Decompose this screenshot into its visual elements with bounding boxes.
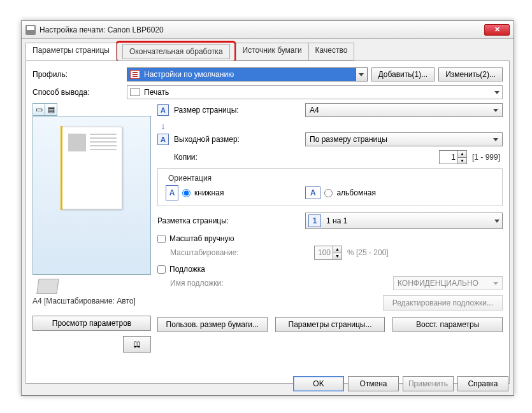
- page-options-button[interactable]: Параметры страницы...: [275, 317, 385, 332]
- landscape-radio[interactable]: [324, 189, 333, 197]
- page-preview: [32, 116, 151, 275]
- scaling-input: [315, 246, 333, 259]
- printer-icon: [25, 25, 36, 35]
- edit-watermark-button: Редактирование подложки...: [383, 295, 503, 311]
- close-button[interactable]: ✕: [484, 24, 510, 36]
- page-size-label: Размер страницы:: [174, 106, 305, 115]
- page-size-icon: A: [157, 104, 169, 116]
- scaling-spinner: ▲▼: [314, 246, 342, 260]
- profile-dropdown-arrow[interactable]: [356, 67, 368, 81]
- tab-panel: Профиль: Настройки по умолчанию Добавить…: [25, 60, 510, 384]
- spin-up[interactable]: ▲: [458, 151, 466, 158]
- help-button[interactable]: Справка: [457, 376, 508, 391]
- portrait-label: книжная: [194, 188, 224, 197]
- watermark-select: КОНФИДЕНЦИАЛЬНО: [393, 276, 503, 290]
- cancel-button[interactable]: Отмена: [348, 376, 399, 391]
- portrait-icon: A: [166, 185, 178, 200]
- watermark-checkbox[interactable]: [157, 265, 166, 274]
- output-value: Печать: [144, 88, 169, 97]
- copies-input[interactable]: [440, 151, 457, 164]
- preview-tab-2[interactable]: ▤: [45, 103, 57, 116]
- output-size-label: Выходной размер:: [174, 135, 305, 144]
- manual-scale-label: Масштаб вручную: [169, 234, 234, 243]
- print-icon: [130, 88, 140, 96]
- portrait-radio[interactable]: [182, 189, 191, 197]
- orientation-group: Ориентация A книжная A альбомная: [157, 168, 503, 206]
- apply-button: Применить: [403, 376, 454, 391]
- titlebar[interactable]: Настройка печати: Canon LBP6020 ✕: [22, 21, 514, 39]
- preview-sheet: [61, 127, 122, 209]
- copies-range: [1 - 999]: [472, 153, 500, 162]
- tab-page-params[interactable]: Параметры страницы: [25, 43, 117, 60]
- orientation-legend: Ориентация: [166, 174, 214, 183]
- output-select[interactable]: Печать: [127, 85, 503, 99]
- dialog-buttons: OK Отмена Применить Справка: [293, 376, 508, 391]
- custom-paper-size-button[interactable]: Пользов. размер бумаги...: [157, 317, 268, 332]
- scaling-range: % [25 - 200]: [347, 248, 389, 257]
- add-profile-button[interactable]: Добавить(1)...: [371, 67, 435, 81]
- scaling-label: Масштабирование:: [170, 248, 305, 257]
- tab-finishing[interactable]: Окончательная обработка: [122, 44, 230, 59]
- layout-label: Разметка страницы:: [157, 216, 305, 225]
- copies-spinner[interactable]: ▲▼: [439, 150, 467, 164]
- arrow-down-icon: ↓: [157, 121, 169, 131]
- window-title: Настройка печати: Canon LBP6020: [40, 25, 484, 34]
- watermark-label: Подложка: [169, 265, 205, 274]
- edit-profile-button[interactable]: Изменить(2)...: [438, 67, 503, 81]
- tab-strip: Параметры страницы Окончательная обработ…: [25, 43, 514, 60]
- profile-default-icon: [130, 70, 140, 79]
- ok-button[interactable]: OK: [293, 376, 344, 391]
- settings-column: A Размер страницы: A4 ↓ A Выходной разме…: [157, 103, 503, 353]
- watermark-name-label: Имя подложки:: [170, 279, 305, 288]
- output-size-icon: A: [157, 134, 169, 145]
- preview-tab-1[interactable]: ▭: [32, 103, 45, 116]
- preview-column: ▭ ▤ A4 [Масштабирование: Авто] Просмотр …: [32, 103, 151, 353]
- profile-label: Профиль:: [32, 70, 127, 79]
- spin-down[interactable]: ▼: [458, 158, 466, 164]
- landscape-label: альбомная: [336, 188, 376, 197]
- profile-select[interactable]: Настройки по умолчанию: [127, 67, 356, 81]
- copies-label: Копии:: [174, 153, 305, 162]
- output-size-select[interactable]: По размеру страницы: [305, 132, 503, 146]
- stack-icon: [36, 279, 59, 294]
- tab-finishing-highlight: Окончательная обработка: [115, 41, 236, 62]
- tab-paper-source[interactable]: Источник бумаги: [236, 43, 309, 60]
- info-icon-button[interactable]: 🕮: [123, 336, 151, 353]
- landscape-icon: A: [305, 186, 320, 199]
- layout-select[interactable]: 1 1 на 1: [305, 213, 503, 229]
- preview-caption: A4 [Масштабирование: Авто]: [32, 297, 151, 305]
- layout-1on1-icon: 1: [308, 214, 321, 227]
- view-params-button[interactable]: Просмотр параметров: [32, 316, 151, 331]
- tab-quality[interactable]: Качество: [308, 43, 355, 60]
- profile-value: Настройки по умолчанию: [144, 70, 234, 79]
- page-size-select[interactable]: A4: [305, 103, 503, 117]
- restore-defaults-button[interactable]: Восст. параметры: [392, 317, 503, 332]
- output-label: Способ вывода:: [32, 88, 127, 97]
- chevron-down-icon: [494, 91, 500, 94]
- print-settings-window: Настройка печати: Canon LBP6020 ✕ Параме…: [21, 20, 514, 396]
- manual-scale-checkbox[interactable]: [157, 235, 166, 243]
